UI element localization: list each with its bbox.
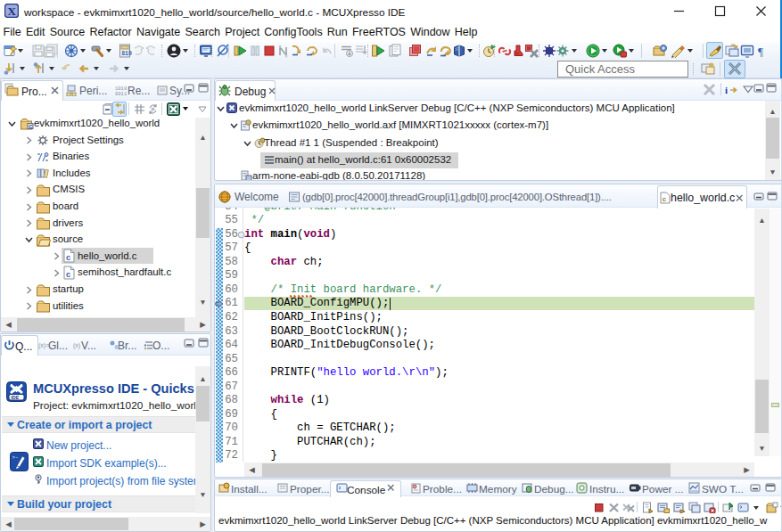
svg-text:¶: ¶	[758, 45, 763, 58]
svg-text:i: i	[725, 85, 728, 95]
svg-text:>-: >-	[12, 454, 19, 461]
svg-text:c: c	[66, 253, 70, 262]
svg-text:IDE: IDE	[11, 395, 20, 400]
svg-text:C: C	[29, 123, 33, 128]
svg-text:c: c	[66, 270, 70, 279]
svg-text:0011: 0011	[115, 91, 128, 96]
svg-text:X: X	[7, 4, 16, 18]
svg-text:810: 810	[121, 51, 132, 57]
svg-text:c: c	[663, 195, 667, 203]
svg-text:(x)=: (x)=	[38, 342, 49, 349]
svg-text:(x): (x)	[73, 342, 80, 349]
